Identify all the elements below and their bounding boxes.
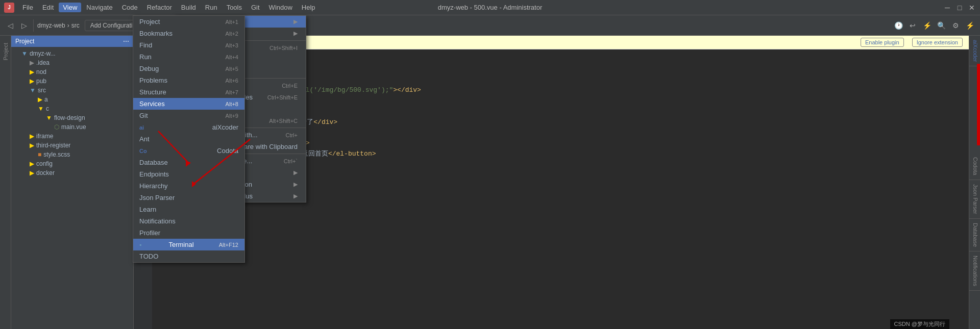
menu-help[interactable]: Help bbox=[298, 3, 320, 12]
folder-icon: ▶ bbox=[30, 133, 34, 140]
submenu-item-bookmarks[interactable]: Bookmarks Alt+2 bbox=[133, 28, 244, 39]
folder-icon: ▶ bbox=[30, 78, 34, 85]
tree-label: config bbox=[36, 160, 53, 167]
submenu-item-label: Debug bbox=[139, 65, 159, 72]
tree-item-pub[interactable]: ▶ pub bbox=[11, 77, 133, 86]
tree-item-main-vue[interactable]: ⬡ main.vue bbox=[11, 122, 133, 132]
submenu-shortcut: Alt+6 bbox=[226, 78, 238, 84]
folder-icon: ▶ bbox=[38, 96, 42, 103]
tree-label: src bbox=[38, 87, 46, 94]
folder-icon: ▶ bbox=[30, 160, 34, 167]
enable-plugin-button[interactable]: Enable plugin bbox=[861, 38, 904, 47]
submenu-item-label: Hierarchy bbox=[139, 182, 168, 190]
undo-button[interactable]: ↩ bbox=[906, 19, 919, 32]
submenu-item-hierarchy[interactable]: Hierarchy bbox=[133, 180, 244, 192]
menu-navigate[interactable]: Navigate bbox=[82, 3, 116, 12]
submenu-shortcut: Alt+2 bbox=[226, 31, 238, 37]
submenu-item-profiler[interactable]: Profiler bbox=[133, 227, 244, 239]
menu-shortcut: Ctrl+E bbox=[282, 83, 298, 89]
back-button[interactable]: ◁ bbox=[4, 19, 16, 32]
forward-button[interactable]: ▷ bbox=[18, 19, 30, 32]
settings-button[interactable]: ⚙ bbox=[949, 19, 962, 32]
folder-icon: ▶ bbox=[30, 169, 34, 176]
tree-item-flow-design[interactable]: ▼ flow-design bbox=[11, 113, 133, 122]
menu-edit[interactable]: Edit bbox=[38, 3, 58, 12]
minimize-button[interactable]: ─ bbox=[943, 4, 951, 12]
tree-item-a[interactable]: ▶ a bbox=[11, 95, 133, 104]
submenu-item-problems[interactable]: Problems Alt+6 bbox=[133, 74, 244, 86]
database-tab[interactable]: Database bbox=[969, 219, 980, 251]
submenu-item-json-parser[interactable]: Json Parser bbox=[133, 192, 244, 204]
tree-item-root[interactable]: ▼ dmyz-w... bbox=[11, 49, 133, 58]
submenu-item-run[interactable]: Run Alt+4 bbox=[133, 51, 244, 63]
submenu-item-aixcoder[interactable]: ai aiXcoder bbox=[133, 121, 244, 133]
project-tab-label[interactable]: Project bbox=[2, 41, 10, 62]
tree-item-c[interactable]: ▼ c bbox=[11, 104, 133, 113]
submenu-item-ant[interactable]: Ant bbox=[133, 133, 244, 145]
tree-item-third[interactable]: ▶ third-register bbox=[11, 141, 133, 150]
submenu-item-label: Services bbox=[139, 100, 165, 108]
submenu-item-codota[interactable]: Co Codota bbox=[133, 145, 244, 157]
submenu-item-terminal[interactable]: ▪ Terminal Alt+F12 bbox=[133, 239, 244, 250]
tree-label: dmyz-w... bbox=[30, 50, 56, 57]
submenu-item-label: Endpoints bbox=[139, 170, 169, 178]
aixcoder-tab[interactable]: aiXcoder bbox=[969, 36, 980, 66]
breadcrumb-src[interactable]: src bbox=[71, 22, 80, 29]
maximize-button[interactable]: □ bbox=[955, 4, 964, 12]
codota-tab[interactable]: Codota bbox=[969, 153, 980, 180]
submenu-item-services[interactable]: Services Alt+8 bbox=[133, 98, 244, 110]
submenu-item-git[interactable]: Git Alt+9 bbox=[133, 110, 244, 121]
menu-build[interactable]: Build bbox=[177, 3, 200, 12]
tree-item-docker[interactable]: ▶ docker bbox=[11, 168, 133, 178]
submenu-shortcut: Alt+5 bbox=[226, 66, 238, 72]
menu-refactor[interactable]: Refactor bbox=[143, 3, 176, 12]
menu-shortcut: Ctrl+Shift+I bbox=[270, 45, 298, 51]
tree-item-src[interactable]: ▼ src bbox=[11, 86, 133, 95]
ignore-extension-button[interactable]: Ignore extension bbox=[912, 38, 963, 47]
submenu-item-label: Bookmarks bbox=[139, 30, 173, 37]
notifications-tab[interactable]: Notifications bbox=[969, 251, 980, 291]
project-header: Project ⋯ bbox=[11, 36, 133, 47]
search-button[interactable]: 🔍 bbox=[935, 19, 947, 32]
submenu-shortcut: Alt+F12 bbox=[219, 242, 238, 248]
submenu-item-project[interactable]: Project Alt+1 bbox=[133, 16, 244, 28]
menu-run[interactable]: Run bbox=[201, 3, 222, 12]
menu-code[interactable]: Code bbox=[118, 3, 142, 12]
menu-window[interactable]: Window bbox=[265, 3, 297, 12]
tree-item-iframe[interactable]: ▶ iframe bbox=[11, 132, 133, 141]
submenu-item-learn[interactable]: Learn bbox=[133, 204, 244, 215]
power-button[interactable]: ⚡ bbox=[964, 19, 976, 32]
project-options-icon[interactable]: ⋯ bbox=[123, 38, 129, 45]
tree-label: docker bbox=[36, 169, 55, 176]
tree-label: iframe bbox=[36, 133, 53, 140]
tree-item-idea[interactable]: ▶ .idea bbox=[11, 58, 133, 67]
tree-item-nod[interactable]: ▶ nod bbox=[11, 67, 133, 77]
submenu-item-label: Learn bbox=[139, 206, 156, 213]
submenu-item-endpoints[interactable]: Endpoints bbox=[133, 168, 244, 180]
submenu-item-structure[interactable]: Structure Alt+7 bbox=[133, 86, 244, 98]
json-parser-tab[interactable]: Json Parser bbox=[969, 180, 980, 219]
submenu-item-label: Problems bbox=[139, 77, 167, 84]
project-panel: Project ⋯ ▼ dmyz-w... ▶ .idea ▶ nod ▶ pu… bbox=[11, 36, 134, 329]
tree-item-style[interactable]: ■ style.scss bbox=[11, 150, 133, 159]
menu-file[interactable]: File bbox=[18, 3, 37, 12]
tree-item-config[interactable]: ▶ config bbox=[11, 159, 133, 168]
tool-windows-submenu[interactable]: Project Alt+1 Bookmarks Alt+2 Find Alt+3… bbox=[133, 15, 245, 263]
tree-label: .idea bbox=[36, 59, 50, 66]
translate-button[interactable]: ⚡ bbox=[921, 19, 933, 32]
project-tree: ▼ dmyz-w... ▶ .idea ▶ nod ▶ pub ▼ src ▶ … bbox=[11, 47, 133, 327]
close-button[interactable]: ✕ bbox=[968, 4, 976, 12]
submenu-item-debug[interactable]: Debug Alt+5 bbox=[133, 63, 244, 74]
submenu-item-find[interactable]: Find Alt+3 bbox=[133, 39, 244, 51]
menu-view[interactable]: View bbox=[59, 3, 81, 12]
menu-git[interactable]: Git bbox=[247, 3, 264, 12]
folder-icon: ▶ bbox=[30, 68, 34, 75]
submenu-item-database[interactable]: Database bbox=[133, 157, 244, 168]
submenu-item-notifications[interactable]: Notifications bbox=[133, 215, 244, 227]
history-button[interactable]: 🕐 bbox=[892, 19, 904, 32]
notification-actions: Enable plugin Ignore extension bbox=[856, 38, 963, 47]
menu-tools[interactable]: Tools bbox=[223, 3, 246, 12]
breadcrumb-project[interactable]: dmyz-web bbox=[37, 22, 65, 29]
submenu-item-todo[interactable]: TODO bbox=[133, 250, 244, 262]
menu-shortcut: Ctrl+` bbox=[284, 158, 298, 164]
